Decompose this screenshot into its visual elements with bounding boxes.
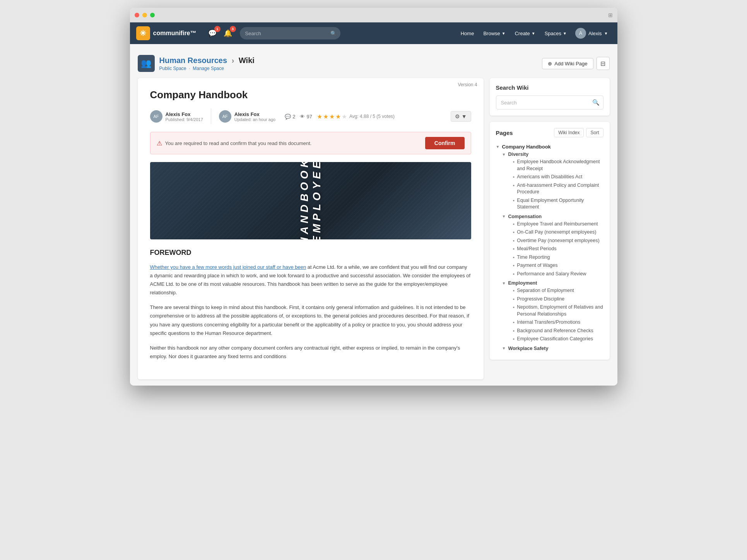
bullet: ● [513,222,515,226]
tree-category-handbook[interactable]: ▼ Company Handbook [496,143,603,151]
tree-leaf-item[interactable]: ● Meal/Rest Periods [513,245,603,253]
leaf-label: Nepotism, Employment of Relatives and Pe… [517,304,603,318]
wiki-index-button[interactable]: Wiki Index [554,128,584,137]
nav-spaces[interactable]: Spaces ▼ [541,28,571,39]
employment-label[interactable]: ▼ Employment [502,280,603,287]
add-wiki-button[interactable]: ⊕ Add Wiki Page [542,58,593,69]
tree-subcategory-employment: ▼ Employment ● Separation of Employment … [502,280,603,343]
author1-date: Published: 9/4/2017 [166,117,203,122]
foreword-link[interactable]: Whether you have a few more words just j… [150,264,306,270]
tree-leaf-item[interactable]: ● Internal Transfers/Promotions [513,318,603,327]
minimize-button[interactable] [142,13,147,17]
tree-leaf-item[interactable]: ● Employee Handbook Acknowledgment and R… [513,158,603,173]
tree-leaf-item[interactable]: ● Performance and Salary Review [513,270,603,278]
tree-leaf-item[interactable]: ● Nepotism, Employment of Relatives and … [513,303,603,318]
warning-icon: ⚠ [157,140,162,147]
comments-icon: 💬 [285,114,291,120]
author2-info: Alexis Fox Updated: an hour ago [234,111,275,122]
views-stat: 👁 97 [300,114,312,120]
save-button[interactable]: ⊟ [597,57,610,70]
gear-button[interactable]: ⚙ ▼ [451,111,471,122]
sidebar: Search Wiki 🔍 Pages Wiki Index Sort [490,78,610,360]
tree-leaf-item[interactable]: ● On-Call Pay (nonexempt employees) [513,228,603,237]
sidebar-search-title: Search Wiki [496,84,603,91]
tree-leaf-item[interactable]: ● Employee Classification Categories [513,335,603,343]
tree-leaf-item[interactable]: ● Progressive Discipline [513,295,603,304]
employment-toggle: ▼ [502,281,506,285]
bullet: ● [513,337,515,341]
create-chevron: ▼ [532,31,535,36]
user-menu[interactable]: A Alexis ▼ [572,26,611,40]
author2-date: Updated: an hour ago [234,117,275,122]
foreword-title: FOREWORD [150,249,471,257]
search-input[interactable] [240,27,340,39]
foreword-para1: Whether you have a few more words just j… [150,263,471,297]
nav-home[interactable]: Home [457,28,478,39]
tree-leaf-item[interactable]: ● Background and Reference Checks [513,327,603,335]
close-button[interactable] [135,13,139,17]
pages-title: Pages [496,130,513,136]
leaf-label: Payment of Wages [517,262,557,269]
article-version: Version 4 [138,78,484,89]
tree-leaf-item[interactable]: ● Overtime Pay (nonexempt employees) [513,237,603,245]
breadcrumb-separator: › [232,56,234,65]
sidebar-search-box: Search Wiki 🔍 [490,78,610,116]
star2: ★ [323,113,328,120]
search-icon: 🔍 [592,99,600,106]
compensation-label[interactable]: ▼ Compensation [502,213,603,220]
tree-leaf-item[interactable]: ● Employee Travel and Reimbursement [513,220,603,229]
messages-button[interactable]: 💬 1 [207,27,218,39]
author-row: AF Alexis Fox Published: 9/4/2017 AF Ale… [150,109,471,124]
navbar-search: 🔍 [240,27,340,39]
article-title: Company Handbook [150,89,471,101]
notification-area: 💬 1 🔔 3 [207,27,234,39]
create-label: Create [515,31,530,36]
leaf-label: Overtime Pay (nonexempt employees) [517,237,599,244]
article-content: Company Handbook AF Alexis Fox Published… [138,89,484,379]
nav-browse[interactable]: Browse ▼ [479,28,509,39]
article-area: Version 4 Company Handbook AF Alexis Fox… [138,78,484,379]
manage-space-link[interactable]: Manage Space [193,66,224,71]
tree-leaf-item[interactable]: ● Separation of Employment [513,287,603,295]
diversity-label[interactable]: ▼ Diversity [502,151,603,158]
tree-leaf-item[interactable]: ● Payment of Wages [513,261,603,270]
confirm-button[interactable]: Confirm [425,137,465,149]
nav-create[interactable]: Create ▼ [511,28,539,39]
user-chevron: ▼ [604,31,608,36]
bullet: ● [513,255,515,260]
browse-label: Browse [483,31,500,36]
tree-leaf-item[interactable]: ● Equal Employment Opportunity Statement [513,196,603,212]
tree-leaf-item[interactable]: ● Anti-harassment Policy and Complaint P… [513,181,603,196]
breadcrumb-title: Human Resources › Wiki [159,56,255,65]
tree-subcategory-diversity: ▼ Diversity ● Employee Handbook Acknowle… [502,151,603,212]
leaf-label: Americans with Disabilities Act [517,174,582,181]
search-icon: 🔍 [330,31,337,36]
notifications-button[interactable]: 🔔 3 [222,27,234,39]
user-name: Alexis [588,31,602,36]
tree-leaf-item[interactable]: ● Time Reporting [513,253,603,262]
breadcrumb-text: Human Resources › Wiki Public Space · Ma… [159,56,255,71]
foreword-para2: There are several things to keep in mind… [150,303,471,337]
tree-category-label: Company Handbook [502,144,550,150]
employment-text: Employment [508,280,537,286]
star-rating[interactable]: ★ ★ ★ ★ ★ Avg: 4.88 / 5 (5 votes) [317,113,395,120]
browse-chevron: ▼ [502,31,506,36]
page-wrapper: 👥 Human Resources › Wiki Public Space · … [130,44,617,386]
bullet: ● [513,239,515,243]
compensation-toggle: ▼ [502,214,506,219]
maximize-button[interactable] [150,13,155,17]
confirm-banner-text: ⚠ You are required to read and confirm t… [157,140,312,147]
main-layout: Version 4 Company Handbook AF Alexis Fox… [138,78,610,379]
wiki-search-input[interactable] [496,96,603,109]
space-link[interactable]: Human Resources [159,56,227,65]
safety-label[interactable]: ▼ Workplace Safety [502,345,603,352]
diversity-toggle: ▼ [502,152,506,157]
brand-logo[interactable]: ✳ communifire™ [136,26,202,40]
star3: ★ [329,113,335,120]
bullet: ● [513,263,515,268]
sort-button[interactable]: Sort [586,128,603,137]
leaf-label: Time Reporting [517,254,550,261]
leaf-label: Employee Travel and Reimbursement [517,221,598,228]
tree-leaf-item[interactable]: ● Americans with Disabilities Act [513,173,603,181]
article-actions: ⚙ ▼ [451,111,471,122]
